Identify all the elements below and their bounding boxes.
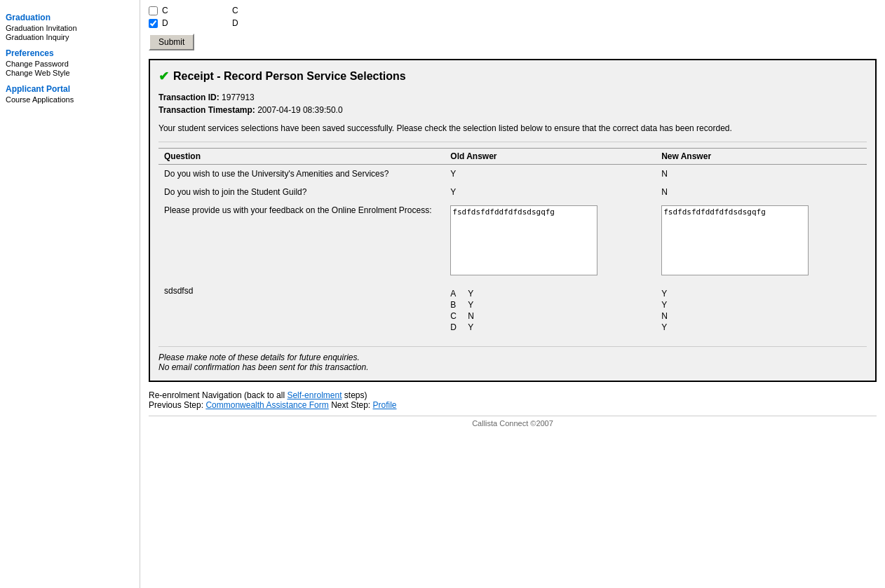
receipt-footer-line2: No email confirmation has been sent for … [158, 362, 867, 372]
receipt-title: ✔ Receipt - Record Person Service Select… [158, 69, 867, 84]
branding: Callista Connect ©2007 [149, 416, 877, 428]
new-sub-option-row-b: Y [661, 300, 861, 310]
nav-steps-line: Previous Step: Commonwealth Assistance F… [149, 400, 877, 410]
sub-option-row-a: A Y [450, 289, 650, 299]
table-row: Do you wish to join the Student Guild? Y… [158, 183, 867, 201]
old-answer-sdsdfsd: A Y B Y C N [445, 282, 656, 338]
nav-next-label: Next Step: [331, 400, 372, 410]
receipt-footer: Please make note of these details for fu… [158, 346, 867, 372]
checkbox-d-value: D [232, 18, 274, 28]
checkbox-d-label: D [162, 18, 176, 28]
nav-reenrolment-line: Re-enrolment Navigation (back to all Sel… [149, 390, 877, 400]
receipt-box: ✔ Receipt - Record Person Service Select… [149, 59, 877, 382]
sub-option-b-label: B [450, 300, 468, 310]
new-answer-feedback: fsdfdsfdfddfdfdsdsgqfg [656, 201, 867, 282]
col-header-question: Question [158, 149, 445, 165]
new-sub-option-row-c: N [661, 311, 861, 321]
sidebar-title-applicant-portal[interactable]: Applicant Portal [6, 84, 134, 94]
table-row: Do you wish to use the University's Amen… [158, 165, 867, 184]
new-sub-option-c-val: N [661, 311, 703, 321]
submit-button[interactable]: Submit [149, 34, 194, 50]
nav-prev-label: Previous Step: [149, 400, 205, 410]
sub-option-row-b: B Y [450, 300, 650, 310]
next-step-link[interactable]: Profile [373, 400, 397, 410]
sub-option-c-old: N [468, 311, 510, 321]
sub-option-a-label: A [450, 289, 468, 299]
receipt-table: Question Old Answer New Answer Do you wi… [158, 148, 867, 338]
checkbox-c[interactable] [149, 6, 158, 15]
table-row: Please provide us with your feedback on … [158, 201, 867, 282]
question-feedback: Please provide us with your feedback on … [158, 201, 445, 282]
new-sub-option-row-d: Y [661, 322, 861, 332]
receipt-transaction-id: Transaction ID: 1977913 [158, 93, 867, 102]
old-answer-amenities: Y [445, 165, 656, 184]
checkbox-c-value: C [232, 6, 274, 15]
receipt-message: Your student services selections have be… [158, 123, 867, 133]
table-row: sdsdfsd A Y B Y [158, 282, 867, 338]
table-header-row: Question Old Answer New Answer [158, 149, 867, 165]
col-header-old-answer: Old Answer [445, 149, 656, 165]
sidebar-item-graduation-invitation[interactable]: Graduation Invitation [6, 24, 134, 32]
main-content: C C D D Submit ✔ Receipt - Record Person… [140, 0, 885, 588]
new-sub-option-d-val: Y [661, 322, 703, 332]
checkbox-c-label: C [162, 6, 176, 15]
sidebar-item-change-web-style[interactable]: Change Web Style [6, 69, 134, 77]
sidebar: Graduation Graduation Invitation Graduat… [0, 0, 140, 588]
checkmark-icon: ✔ [158, 69, 169, 84]
checkbox-row-c: C C [149, 6, 877, 15]
nav-text-before: Re-enrolment Navigation (back to all [149, 390, 287, 400]
sidebar-item-change-password[interactable]: Change Password [6, 60, 134, 68]
top-checkboxes-area: C C D D [149, 6, 877, 28]
old-answer-guild: Y [445, 183, 656, 201]
sub-option-d-label: D [450, 322, 468, 332]
sub-option-a-old: Y [468, 289, 510, 299]
new-sub-option-a-val: Y [661, 289, 703, 299]
checkbox-row-d: D D [149, 18, 877, 28]
divider [158, 142, 867, 142]
sidebar-section-preferences: Preferences Change Password Change Web S… [6, 48, 134, 77]
new-feedback-textarea[interactable]: fsdfdsfdfddfdfdsdsgqfg [661, 205, 809, 275]
new-answer-amenities: N [656, 165, 867, 184]
sub-option-row-d: D Y [450, 322, 650, 332]
sidebar-section-graduation: Graduation Graduation Invitation Graduat… [6, 13, 134, 41]
old-answer-feedback: fsdfdsfdfddfdfdsdsgqfg [445, 201, 656, 282]
new-answer-guild: N [656, 183, 867, 201]
receipt-footer-line1: Please make note of these details for fu… [158, 353, 867, 362]
new-sub-option-row-a: Y [661, 289, 861, 299]
old-feedback-textarea[interactable]: fsdfdsfdfddfdfdsdsgqfg [450, 205, 597, 275]
nav-text-middle: steps) [344, 390, 367, 400]
checkbox-d[interactable] [149, 19, 158, 28]
question-amenities: Do you wish to use the University's Amen… [158, 165, 445, 184]
new-answer-sdsdfsd: Y Y N Y [656, 282, 867, 338]
self-enrolment-link[interactable]: Self-enrolment [287, 390, 342, 400]
receipt-timestamp: Transaction Timestamp: 2007-04-19 08:39:… [158, 105, 867, 115]
question-guild: Do you wish to join the Student Guild? [158, 183, 445, 201]
sub-option-b-old: Y [468, 300, 510, 310]
sub-option-d-old: Y [468, 322, 510, 332]
sidebar-title-graduation[interactable]: Graduation [6, 13, 134, 22]
sidebar-title-preferences[interactable]: Preferences [6, 48, 134, 58]
sub-option-row-c: C N [450, 311, 650, 321]
new-sub-options: Y Y N Y [661, 289, 861, 332]
sub-option-c-label: C [450, 311, 468, 321]
question-sdsdfsd: sdsdfsd [158, 282, 445, 338]
new-sub-option-b-val: Y [661, 300, 703, 310]
sidebar-section-applicant-portal: Applicant Portal Course Applications [6, 84, 134, 104]
old-sub-options: A Y B Y C N [450, 289, 650, 332]
sidebar-item-graduation-inquiry[interactable]: Graduation Inquiry [6, 33, 134, 41]
nav-footer: Re-enrolment Navigation (back to all Sel… [149, 390, 877, 410]
prev-step-link[interactable]: Commonwealth Assistance Form [205, 400, 328, 410]
sidebar-item-course-applications[interactable]: Course Applications [6, 95, 134, 104]
col-header-new-answer: New Answer [656, 149, 867, 165]
